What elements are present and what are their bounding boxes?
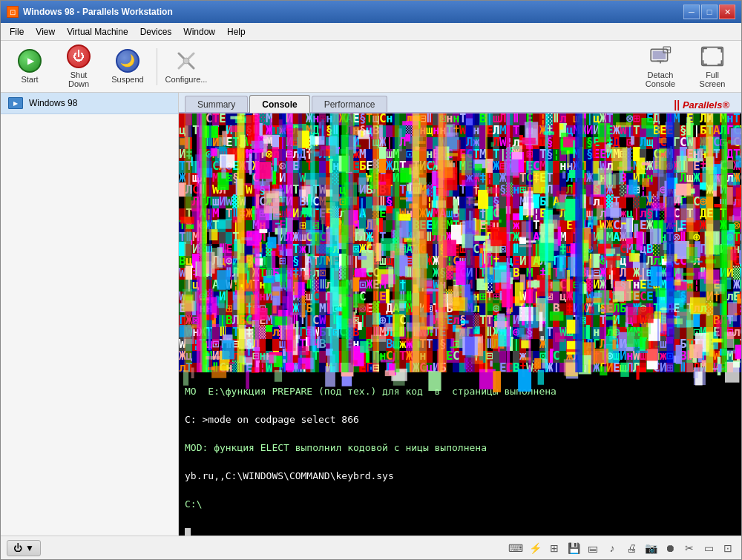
configure-button[interactable]: Configure... — [163, 45, 209, 89]
usb-icon[interactable]: ⚡ — [528, 541, 542, 556]
suspend-button[interactable]: Suspend — [105, 45, 151, 89]
main-content: Windows 98 Summary Console Performance |… — [1, 93, 741, 536]
window-controls: ─ □ ✕ — [683, 4, 735, 19]
audio-icon[interactable]: ♪ — [605, 541, 620, 556]
fullscreen-svg-icon — [700, 45, 724, 68]
network-icon[interactable]: ⊞ — [547, 541, 562, 556]
fullscreen-button[interactable]: Full Screen — [689, 45, 735, 89]
sidebar: Windows 98 — [1, 93, 179, 536]
record-icon[interactable]: ⏺ — [663, 541, 677, 556]
parallels-name: Parallels® — [683, 99, 729, 111]
shutdown-icon — [67, 45, 91, 68]
toolbar: Start Shut Down Suspend — [1, 41, 741, 93]
menu-help[interactable]: Help — [221, 23, 252, 40]
svg-rect-9 — [702, 47, 723, 65]
title-bar: ⊡ Windows 98 - Parallels Workstation ─ □… — [1, 1, 741, 23]
minimize-button[interactable]: ─ — [683, 4, 700, 19]
content-panel: Summary Console Performance || Parallels… — [179, 93, 741, 536]
shutdown-button[interactable]: Shut Down — [56, 45, 102, 89]
vm-running-icon — [8, 97, 23, 109]
tabs-left: Summary Console Performance — [185, 94, 389, 112]
camera-icon[interactable]: 📷 — [643, 541, 658, 556]
power-icon: ⏻ — [13, 543, 22, 553]
console-area[interactable] — [179, 113, 741, 536]
suspend-label: Suspend — [111, 75, 143, 84]
start-label: Start — [21, 75, 38, 84]
floppy-icon[interactable]: 💾 — [566, 541, 581, 556]
menu-virtual-machine[interactable]: Virtual Machine — [61, 23, 134, 40]
tab-bar: Summary Console Performance || Parallels… — [179, 93, 741, 113]
title-bar-left: ⊡ Windows 98 - Parallels Workstation — [7, 6, 173, 18]
capture-icon[interactable]: ⊡ — [720, 541, 735, 556]
menu-file[interactable]: File — [4, 23, 30, 40]
menu-devices[interactable]: Devices — [134, 23, 178, 40]
detach-console-button[interactable]: Detach Console — [634, 45, 686, 89]
start-circle-icon — [18, 49, 42, 73]
configure-icon — [174, 49, 198, 73]
fullscreen-icon — [700, 45, 724, 68]
tab-performance[interactable]: Performance — [312, 96, 388, 112]
tab-console[interactable]: Console — [249, 95, 309, 113]
fullscreen-label: Full Screen — [693, 70, 732, 88]
parallels-symbol: || — [674, 99, 680, 111]
close-button[interactable]: ✕ — [719, 4, 735, 19]
menu-bar: File View Virtual Machine Devices Window… — [1, 23, 741, 41]
parallels-logo: || Parallels® — [668, 97, 735, 112]
configure-svg-icon — [174, 49, 198, 73]
vm-list-item[interactable]: Windows 98 — [1, 93, 178, 114]
tools-icon[interactable]: ✂ — [682, 541, 697, 556]
start-icon — [18, 49, 42, 73]
detach-icon — [649, 45, 672, 68]
toolbar-right: Detach Console Full Screen — [634, 45, 735, 89]
svg-point-2 — [183, 58, 189, 64]
toolbar-left: Start Shut Down Suspend — [7, 45, 209, 89]
power-menu-button[interactable]: ⏻ ▼ — [7, 540, 41, 556]
main-window: ⊡ Windows 98 - Parallels Workstation ─ □… — [0, 0, 742, 560]
toolbar-separator — [157, 48, 157, 85]
power-arrow-icon: ▼ — [25, 543, 34, 553]
menu-view[interactable]: View — [30, 23, 61, 40]
status-left: ⏻ ▼ — [7, 540, 41, 556]
detach-svg-icon — [649, 45, 672, 68]
window-title: Windows 98 - Parallels Workstation — [23, 7, 173, 17]
maximize-button[interactable]: □ — [701, 4, 718, 19]
vm-name-label: Windows 98 — [29, 98, 77, 108]
shutdown-label: Shut Down — [59, 70, 98, 88]
status-bar: ⏻ ▼ ⌨ ⚡ ⊞ 💾 🖴 ♪ 🖨 📷 ⏺ ✂ ▭ ⊡ — [1, 536, 741, 559]
start-button[interactable]: Start — [7, 45, 53, 89]
suspend-circle-icon — [116, 49, 139, 73]
keyboard-icon[interactable]: ⌨ — [508, 541, 523, 556]
app-icon: ⊡ — [7, 6, 19, 18]
dos-screen-canvas — [179, 113, 741, 536]
status-right: ⌨ ⚡ ⊞ 💾 🖴 ♪ 🖨 📷 ⏺ ✂ ▭ ⊡ — [508, 541, 735, 556]
suspend-icon — [116, 49, 139, 73]
menu-window[interactable]: Window — [177, 23, 221, 40]
printer-icon[interactable]: 🖨 — [624, 541, 639, 556]
hdd-icon[interactable]: 🖴 — [585, 541, 600, 556]
shutdown-circle-icon — [67, 45, 91, 68]
tab-summary[interactable]: Summary — [185, 96, 248, 112]
display-icon[interactable]: ▭ — [701, 541, 716, 556]
detach-label: Detach Console — [638, 70, 683, 88]
configure-label: Configure... — [165, 75, 208, 84]
